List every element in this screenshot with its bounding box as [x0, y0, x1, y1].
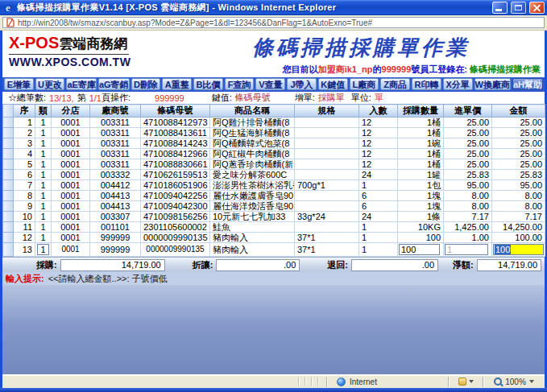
- cell-store: 0001: [52, 180, 90, 191]
- cell-class: 1: [35, 149, 52, 159]
- header-purchase-qty: 採購數量: [398, 105, 444, 118]
- login-franchise-label: 加盟商: [318, 64, 345, 74]
- import-button[interactable]: J帶入: [287, 78, 317, 90]
- product-button[interactable]: Z商品: [380, 78, 410, 90]
- unit-price-input[interactable]: [445, 244, 488, 255]
- update-button[interactable]: U更改: [35, 78, 65, 90]
- print-transfer-button[interactable]: R印轉: [412, 78, 441, 90]
- cell-name: 麗仕海洋煥活香皂90: [210, 201, 295, 212]
- close-button[interactable]: [529, 2, 545, 14]
- row-selector[interactable]: [3, 138, 14, 149]
- class-input[interactable]: [37, 244, 49, 255]
- amount-input[interactable]: 100: [493, 244, 544, 255]
- cell-barcode: 4710186051906: [141, 180, 210, 191]
- cell-qty-in: 1: [359, 222, 398, 233]
- add-row-button[interactable]: E增筆: [4, 78, 34, 90]
- key-value-button[interactable]: K鍵值: [318, 78, 348, 90]
- cell-spec: [295, 138, 359, 149]
- cell-class: [35, 243, 52, 257]
- cell-unit-price: 25.00: [444, 138, 492, 149]
- internet-zone-label: Internet: [350, 378, 377, 386]
- header-seq: 序: [14, 105, 35, 118]
- address-url-text: http://win2008/tw/smazx/scanbuy.asp?Mode…: [18, 19, 372, 27]
- logo-brand-text: X-POS: [9, 34, 59, 52]
- address-input[interactable]: http://win2008/tw/smazx/scanbuy.asp?Mode…: [2, 17, 545, 28]
- cell-seq: 8: [14, 191, 35, 201]
- add-order-label: 增單:: [295, 92, 315, 104]
- window-title: 條碼掃描採購單作業V1.14 [X-POS 雲端商務網] - Windows I…: [17, 2, 489, 14]
- cell-vendor: 003311: [90, 138, 141, 149]
- cell-qty-in: 1: [359, 233, 398, 243]
- purchase-items-table: 序 類 分店 廠商號 條碼母號 商品名稱 規格 入數 採購數量 進單價 金額 1…: [2, 104, 545, 257]
- row-selector[interactable]: [3, 118, 14, 128]
- cell-amount: 25.83: [492, 170, 545, 180]
- cell-store: 0001: [52, 191, 90, 201]
- cell-qty-in: 12: [359, 118, 398, 128]
- refresh-button[interactable]: A重整: [162, 78, 192, 90]
- net-value: 14,719.00: [477, 259, 541, 271]
- cell-spec: 700g*1: [295, 180, 359, 191]
- cell-barcode: 2301105600002: [141, 222, 210, 233]
- zoom-control[interactable]: 100%: [483, 375, 545, 388]
- delete-button[interactable]: D刪除: [131, 78, 161, 90]
- internet-zone[interactable]: Internet: [327, 375, 448, 388]
- cell-purchase-qty: 1桶: [398, 128, 444, 138]
- row-selector[interactable]: [3, 233, 14, 243]
- header-store: 分店: [52, 105, 90, 118]
- row-selector[interactable]: [3, 212, 14, 222]
- titlebar[interactable]: e 條碼掃描採購單作業V1.14 [X-POS 雲端商務網] - Windows…: [0, 0, 547, 15]
- row-selector[interactable]: [3, 243, 14, 257]
- table-row: 5 1 0001 003311 4710088830661 阿Q蔥香珍肉桶麵(新…: [3, 159, 545, 170]
- cell-spec: 33g*24: [295, 212, 359, 222]
- login-suffix: 號員工登錄在:: [411, 64, 470, 74]
- cell-class: 1: [35, 159, 52, 170]
- globe-icon: [337, 378, 346, 386]
- row-selector[interactable]: [3, 180, 14, 191]
- cell-store: 0001: [52, 212, 90, 222]
- cell-barcode: 4710088412966: [141, 149, 210, 159]
- split-order-button[interactable]: X分單: [443, 78, 473, 90]
- cell-vendor: 003307: [90, 212, 141, 222]
- minimize-button[interactable]: [492, 2, 508, 14]
- row-selector[interactable]: [3, 159, 14, 170]
- cell-class: 1: [35, 222, 52, 233]
- query-qty-button[interactable]: V查量: [255, 78, 285, 90]
- cell-purchase-qty: 1碗: [398, 138, 444, 149]
- maximize-button[interactable]: [511, 2, 526, 14]
- cell-store: 0001: [52, 170, 90, 180]
- cell-name: 愛之味分解茶600C: [210, 170, 295, 180]
- cell-spec: [295, 128, 359, 138]
- cell-barcode: 4710098156256: [141, 212, 210, 222]
- send-stock-button[interactable]: aE寄庫: [66, 78, 96, 90]
- cell-purchase-qty: 1桶: [398, 159, 444, 170]
- table-row: 1 1 0001 003311 4710088412973 阿Q雞汁排骨桶麵(8…: [3, 118, 545, 128]
- table-row: 10 1 0001 003307 4710098156256 10元新七七乳加3…: [3, 212, 545, 222]
- row-selector[interactable]: [3, 149, 14, 159]
- send-sale-button[interactable]: aG寄銷: [98, 78, 130, 90]
- row-selector[interactable]: [3, 222, 14, 233]
- header-barcode: 條碼母號: [141, 105, 210, 118]
- cell-vendor: 003311: [90, 128, 141, 138]
- cell-class: 1: [35, 212, 52, 222]
- cell-store: 0001: [52, 201, 90, 212]
- record-status-line: ☆總筆數: 13/13, 第 1/1 頁操作: 999999 鍵值: 條碼母號 …: [2, 92, 545, 104]
- protected-mode-control[interactable]: [449, 375, 483, 388]
- purchase-qty-input[interactable]: [399, 244, 440, 255]
- cell-name: 鮭魚: [210, 222, 295, 233]
- query-button[interactable]: F查詢: [225, 78, 255, 90]
- totals-bar: 採購: 14,719.00 折讓: .00 退回: .00 淨額: 14,719…: [2, 257, 545, 272]
- row-selector[interactable]: [3, 201, 14, 212]
- row-selector[interactable]: [3, 128, 14, 138]
- cell-amount: 7.17: [492, 212, 545, 222]
- row-selector[interactable]: [3, 170, 14, 180]
- compare-price-button[interactable]: B比價: [193, 78, 223, 90]
- change-vendor-button[interactable]: W換廠商: [474, 78, 511, 90]
- unit-value: 單: [375, 92, 383, 104]
- vendor-button[interactable]: L廠商: [350, 78, 379, 90]
- help-button[interactable]: aH幫助: [512, 78, 543, 90]
- cell-qty-in: 12: [359, 159, 398, 170]
- key-label: 鍵值:: [212, 92, 232, 104]
- cell-unit-price: 95.00: [444, 180, 492, 191]
- row-selector[interactable]: [3, 191, 14, 201]
- header-qty-in: 入數: [359, 105, 398, 118]
